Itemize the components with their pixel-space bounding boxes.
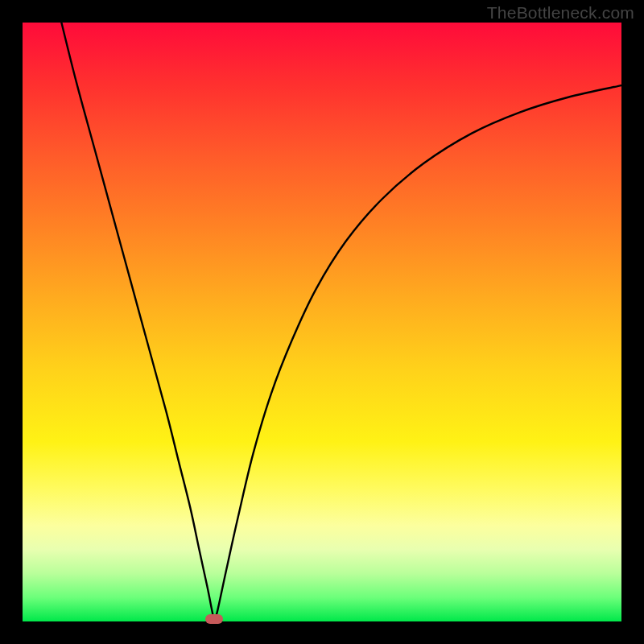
watermark-text: TheBottleneck.com — [487, 3, 634, 23]
optimum-marker — [205, 614, 223, 624]
chart-plot-area — [23, 23, 621, 621]
bottleneck-curve — [23, 23, 621, 621]
